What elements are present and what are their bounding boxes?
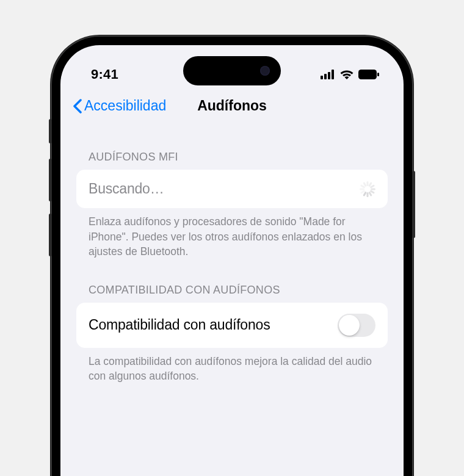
- svg-rect-0: [321, 76, 323, 79]
- toggle-knob: [339, 315, 360, 336]
- mfi-section-footer: Enlaza audífonos y procesadores de sonid…: [76, 208, 388, 259]
- compat-section-header: COMPATIBILIDAD CON AUDÍFONOS: [76, 284, 388, 303]
- phone-frame: 9:41: [52, 37, 412, 476]
- screen: 9:41: [60, 45, 404, 476]
- svg-rect-4: [358, 70, 377, 79]
- compat-section-footer: La compatibilidad con audífonos mejora l…: [76, 348, 388, 384]
- mfi-section: AUDÍFONOS MFI Buscando…: [76, 151, 388, 259]
- mfi-section-header: AUDÍFONOS MFI: [76, 151, 388, 170]
- compat-label: Compatibilidad con audífonos: [89, 317, 270, 333]
- volume-down-button: [49, 214, 52, 256]
- status-time: 9:41: [91, 67, 118, 82]
- spinner-icon: [360, 181, 375, 197]
- content: AUDÍFONOS MFI Buscando…: [60, 151, 404, 384]
- front-camera: [260, 66, 270, 76]
- svg-rect-2: [328, 72, 330, 79]
- svg-rect-5: [377, 73, 379, 76]
- compat-toggle[interactable]: [338, 314, 375, 337]
- status-icons: [321, 70, 379, 79]
- compat-section: COMPATIBILIDAD CON AUDÍFONOS Compatibili…: [76, 284, 388, 384]
- power-button: [412, 171, 415, 238]
- svg-rect-1: [324, 74, 327, 79]
- volume-up-button: [49, 159, 52, 201]
- back-button[interactable]: Accesibilidad: [73, 98, 166, 114]
- nav-bar: Accesibilidad Audífonos: [60, 88, 404, 123]
- page-title: Audífonos: [197, 98, 267, 114]
- back-label: Accesibilidad: [84, 98, 166, 114]
- searching-label: Buscando…: [89, 181, 164, 197]
- wifi-icon: [340, 70, 353, 79]
- cellular-icon: [321, 70, 335, 79]
- battery-icon: [358, 70, 379, 79]
- dynamic-island: [183, 56, 281, 85]
- compat-cell: Compatibilidad con audífonos: [76, 303, 388, 348]
- searching-cell[interactable]: Buscando…: [76, 170, 388, 208]
- silent-switch: [49, 119, 52, 143]
- chevron-left-icon: [73, 99, 82, 114]
- svg-rect-3: [332, 70, 334, 79]
